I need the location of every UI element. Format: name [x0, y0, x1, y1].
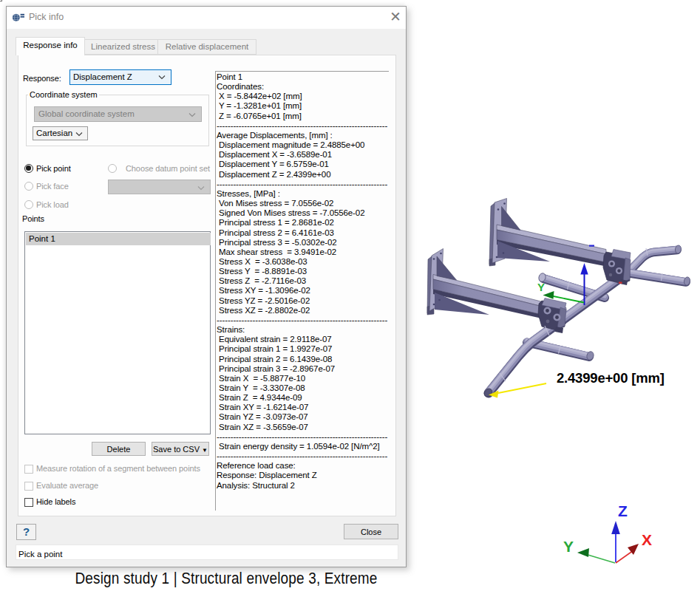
svg-text:X: X — [642, 531, 652, 548]
svg-text:Y: Y — [563, 538, 574, 555]
svg-text:Y: Y — [537, 281, 545, 293]
svg-text:Z: Z — [618, 502, 628, 519]
